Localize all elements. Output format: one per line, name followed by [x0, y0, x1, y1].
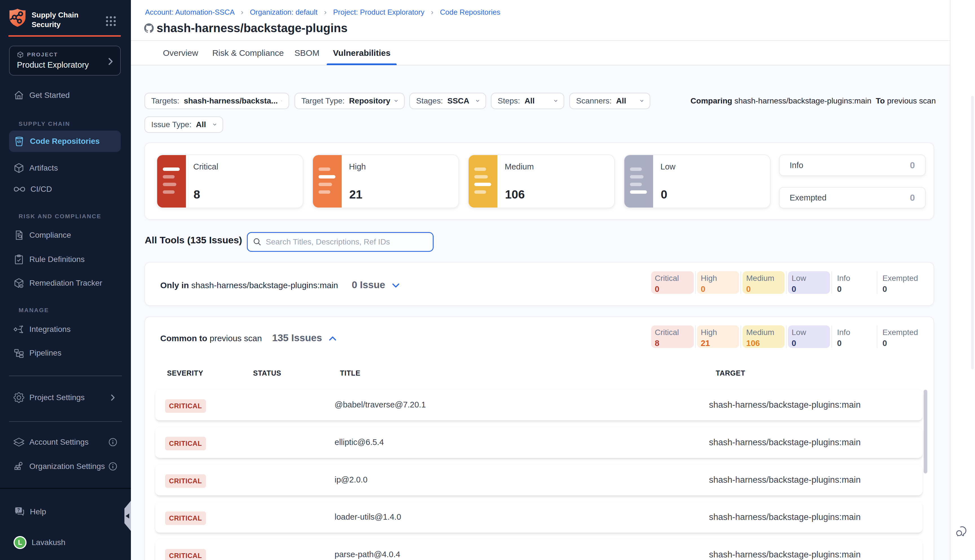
svg-text:?: ?	[17, 508, 20, 512]
